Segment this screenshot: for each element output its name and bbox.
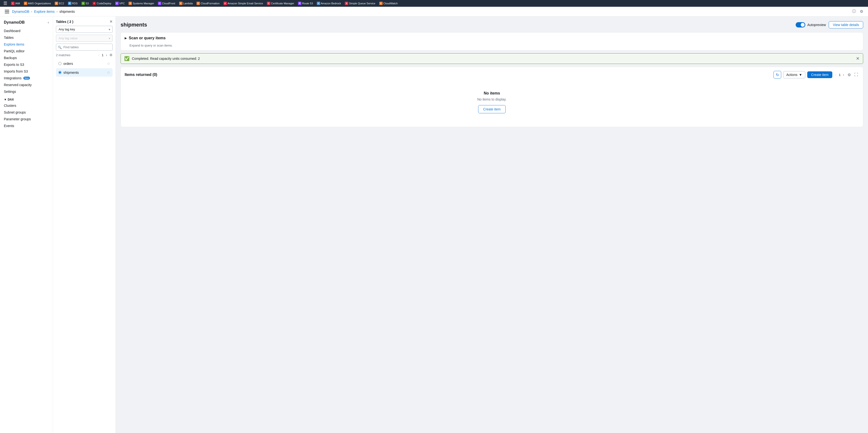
vpc-icon: V: [115, 2, 119, 5]
nav-item-lambda[interactable]: λ Lambda: [178, 1, 194, 5]
dax-section-arrow: ▼: [4, 98, 7, 101]
nav-item-codedeploy[interactable]: C CodeDeploy: [91, 1, 113, 5]
find-tables-input[interactable]: [56, 44, 113, 51]
nav-item-bedrock[interactable]: A Amazon Bedrock: [315, 1, 343, 5]
breadcrumb-explore-items[interactable]: Explore items: [34, 10, 55, 13]
scan-query-header[interactable]: ▶ Scan or query items: [121, 33, 863, 44]
breadcrumb-actions: ⓘ ⚙: [851, 8, 864, 15]
table-list-item-shipments[interactable]: shipments ☆: [56, 68, 113, 77]
create-item-button[interactable]: Create item: [807, 71, 832, 78]
tag-key-select[interactable]: Any tag key: [56, 26, 113, 33]
lambda-icon: λ: [179, 2, 183, 5]
create-item-center-button[interactable]: Create item: [478, 105, 506, 113]
toggle-slider: [796, 22, 805, 28]
sidebar-item-reserved-capacity[interactable]: Reserved capacity: [0, 82, 53, 88]
sidebar-item-events[interactable]: Events: [0, 122, 53, 129]
items-section: Items returned (0) ↻ Actions ▼ Create it…: [121, 67, 863, 127]
items-title: Items returned (0): [125, 72, 157, 77]
close-tables-panel-button[interactable]: ✕: [110, 19, 113, 24]
tag-value-select[interactable]: Any tag value: [56, 35, 113, 42]
sidebar-item-exports-to-s3[interactable]: Exports to S3: [0, 61, 53, 68]
sidebar-item-explore-items[interactable]: Explore items: [0, 41, 53, 48]
sidebar-item-parameter-groups[interactable]: Parameter groups: [0, 116, 53, 122]
refresh-button[interactable]: ↻: [774, 71, 781, 79]
svg-rect-0: [5, 10, 9, 10]
sidebar-item-dashboard[interactable]: Dashboard: [0, 28, 53, 34]
page-title: shipments: [121, 22, 147, 28]
svg-rect-1: [5, 11, 9, 12]
nav-item-sqs[interactable]: S Simple Queue Service: [343, 1, 377, 5]
nav-menu-button[interactable]: ☰: [2, 0, 9, 6]
sidebar-item-imports-from-s3[interactable]: Imports from S3: [0, 68, 53, 75]
top-nav: ☰ I IAM A AWS Organizations E EC2 R RDS …: [0, 0, 868, 7]
table-list: orders ☆ shipments ☆: [56, 59, 113, 77]
table-star-shipments[interactable]: ☆: [107, 70, 110, 75]
view-table-details-button[interactable]: View table details: [829, 21, 863, 28]
sidebar-collapse-button[interactable]: ‹: [48, 20, 49, 25]
sidebar-item-integrations[interactable]: Integrations New: [0, 75, 53, 82]
sqs-icon: S: [345, 2, 348, 5]
items-next-page-button[interactable]: ›: [842, 72, 845, 77]
cloudfront-icon: C: [158, 2, 161, 5]
tag-key-select-wrapper: Any tag key: [56, 26, 113, 33]
tables-panel-title: Tables ( 2 ): [56, 20, 73, 24]
items-settings-button[interactable]: ⚙: [846, 72, 852, 78]
sidebar-toggle-button[interactable]: [4, 9, 10, 14]
nav-item-ses[interactable]: A Amazon Simple Email Service: [222, 1, 265, 5]
main-layout: DynamoDB ‹ Dashboard Tables Explore item…: [0, 17, 868, 433]
info-button[interactable]: ⓘ: [851, 8, 857, 15]
s3-icon: S: [82, 2, 85, 5]
nav-item-iam[interactable]: I IAM: [10, 1, 22, 5]
items-header: Items returned (0) ↻ Actions ▼ Create it…: [125, 71, 859, 79]
table-list-item-orders[interactable]: orders ☆: [56, 59, 113, 68]
tables-page-number: 1: [102, 53, 103, 57]
nav-item-route53[interactable]: R Route 53: [297, 1, 314, 5]
table-radio-orders[interactable]: [58, 62, 61, 65]
nav-item-ec2[interactable]: E EC2: [53, 1, 65, 5]
items-pagination: ‹ 1 › ⚙ ⛶: [834, 72, 859, 78]
breadcrumb-sep-1: ›: [31, 10, 32, 13]
sidebar: DynamoDB ‹ Dashboard Tables Explore item…: [0, 17, 53, 433]
content-area: shipments Autopreview View table details…: [116, 17, 868, 433]
nav-item-cloudformation[interactable]: C CloudFormation: [195, 1, 221, 5]
nav-item-rds[interactable]: R RDS: [66, 1, 79, 5]
find-tables-input-wrapper: 🔍: [56, 44, 113, 51]
ses-icon: A: [223, 2, 227, 5]
tables-panel-header: Tables ( 2 ) ✕: [56, 19, 113, 24]
sidebar-item-subnet-groups[interactable]: Subnet groups: [0, 109, 53, 116]
nav-item-systems-manager[interactable]: S Systems Manager: [127, 1, 156, 5]
nav-item-cloudwatch[interactable]: C CloudWatch: [378, 1, 399, 5]
sidebar-item-partiql-editor[interactable]: PartiQL editor: [0, 48, 53, 55]
autopreview-switch[interactable]: [796, 22, 805, 28]
settings-button[interactable]: ⚙: [859, 8, 864, 15]
dax-section-header[interactable]: ▼ DAX: [0, 95, 53, 102]
close-banner-button[interactable]: ✕: [856, 56, 860, 61]
success-banner: ✅ Completed. Read capacity units consume…: [121, 53, 863, 64]
sidebar-item-clusters[interactable]: Clusters: [0, 102, 53, 109]
nav-item-s3[interactable]: S S3: [80, 1, 90, 5]
table-name-shipments: shipments: [63, 71, 105, 74]
sidebar-item-tables[interactable]: Tables: [0, 34, 53, 41]
breadcrumb-dynamodb[interactable]: DynamoDB: [12, 10, 29, 13]
cloudwatch-icon: C: [379, 2, 383, 5]
nav-item-cert-manager[interactable]: C Certificate Manager: [266, 1, 296, 5]
content-header-actions: Autopreview View table details: [796, 21, 863, 28]
sidebar-nav: Dashboard Tables Explore items PartiQL e…: [0, 27, 53, 433]
nav-item-vpc[interactable]: V VPC: [114, 1, 126, 5]
sidebar-item-backups[interactable]: Backups: [0, 55, 53, 61]
table-star-orders[interactable]: ☆: [107, 61, 110, 66]
nav-item-aws-orgs[interactable]: A AWS Organizations: [23, 1, 53, 5]
nav-item-cloudfront[interactable]: C CloudFront: [156, 1, 177, 5]
items-expand-button[interactable]: ⛶: [853, 72, 859, 78]
tables-pagination-settings-button[interactable]: ⚙: [110, 53, 113, 57]
route53-icon: R: [298, 2, 301, 5]
items-actions: ↻ Actions ▼ Create item ‹ 1 › ⚙ ⛶: [774, 71, 859, 79]
tables-pagination: ‹ 1 › ⚙: [97, 53, 113, 57]
tables-prev-page-button[interactable]: ‹: [97, 53, 100, 57]
autopreview-label: Autopreview: [807, 23, 826, 27]
sidebar-item-settings[interactable]: Settings: [0, 88, 53, 95]
items-prev-page-button[interactable]: ‹: [834, 72, 837, 77]
tables-next-page-button[interactable]: ›: [105, 53, 108, 57]
actions-dropdown-button[interactable]: Actions ▼: [783, 71, 805, 79]
table-radio-shipments[interactable]: [58, 71, 61, 74]
